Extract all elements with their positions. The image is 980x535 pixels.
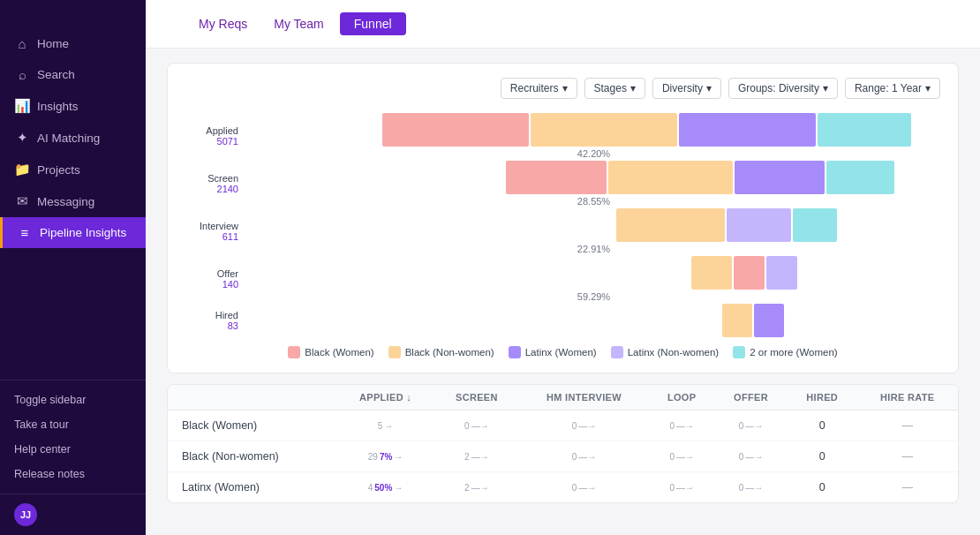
cell-offer-1: 0—→ — [714, 441, 788, 472]
stage-count-screen: 2140 — [185, 184, 238, 194]
sidebar-item-search[interactable]: ⌕ Search — [0, 59, 146, 90]
app-logo[interactable] — [0, 0, 146, 25]
legend-color-latinx-non-women — [611, 346, 623, 358]
bar-area-offer: 59.29% — [247, 256, 940, 302]
col-header-6[interactable]: Hired — [788, 385, 857, 411]
bar-segment-applied-0 — [382, 113, 529, 147]
stage-name-screen: Screen — [185, 173, 238, 184]
sidebar-bottom-take-a-tour[interactable]: Take a tour — [0, 412, 146, 437]
sidebar-bottom-help-center[interactable]: Help center — [0, 437, 146, 462]
filter-diversity[interactable]: Diversity▾ — [652, 78, 721, 99]
filter-groups-diversity[interactable]: Groups: Diversity▾ — [728, 78, 838, 99]
bar-area-screen: 28.55% — [247, 161, 940, 207]
messaging-icon: ✉ — [14, 193, 30, 209]
pct-label-applied: 42.20% — [577, 148, 610, 159]
chart-legend: Black (Women) Black (Non-women) Latinx (… — [185, 346, 940, 358]
col-header-7[interactable]: Hire Rate — [856, 385, 958, 411]
cell-offer-0: 0—→ — [714, 411, 788, 441]
funnel-chart: Applied 507142.20%Screen 214028.55%Inter… — [185, 113, 940, 339]
legend-label-two-or-more-women: 2 or more (Women) — [750, 347, 837, 358]
bar-segment-applied-2 — [679, 113, 815, 147]
content-area: Recruiters▾Stages▾Diversity▾Groups: Dive… — [146, 49, 980, 535]
stage-name-interview: Interview — [185, 221, 238, 231]
legend-color-latinx-women — [509, 346, 521, 358]
sidebar-label-messaging: Messaging — [37, 195, 94, 208]
sidebar-bottom: Toggle sidebarTake a tourHelp centerRele… — [0, 380, 146, 494]
bar-segment-screen-0 — [506, 161, 607, 194]
stage-count-interview: 611 — [185, 231, 238, 242]
data-table: Applied ↓ScreenHM InterviewLoopOfferHire… — [167, 384, 959, 503]
col-header-4[interactable]: Loop — [649, 385, 714, 411]
cell-loop-2: 0—→ — [649, 472, 714, 503]
col-header-3[interactable]: HM Interview — [519, 385, 650, 411]
sidebar-item-projects[interactable]: 📁 Projects — [0, 154, 146, 185]
sidebar-nav: ⌂ Home⌕ Search📊 Insights✦ AI Matching📁 P… — [0, 25, 146, 380]
filter-stages[interactable]: Stages▾ — [584, 78, 645, 99]
legend-label-black-non-women: Black (Non-women) — [405, 347, 494, 358]
sidebar-label-insights: Insights — [37, 100, 79, 113]
filter-row: Recruiters▾Stages▾Diversity▾Groups: Dive… — [501, 78, 940, 99]
pipeline-insights-icon: ≡ — [17, 225, 33, 240]
cell-applied-0: 5→ — [336, 411, 434, 441]
cell-screen-0: 0—→ — [434, 411, 518, 441]
col-header-0 — [168, 385, 336, 411]
stage-label-screen: Screen 2140 — [185, 173, 247, 194]
pct-label-interview: 22.91% — [577, 244, 610, 254]
hiring-table: Applied ↓ScreenHM InterviewLoopOfferHire… — [168, 385, 958, 502]
sidebar-bottom-release-notes[interactable]: Release notes — [0, 462, 146, 486]
chevron-down-icon: ▾ — [925, 82, 931, 94]
sidebar-item-pipeline-insights[interactable]: ≡ Pipeline Insights — [0, 217, 146, 248]
tab-funnel[interactable]: Funnel — [340, 12, 406, 35]
bar-wrap-offer — [391, 256, 797, 290]
sidebar-item-insights[interactable]: 📊 Insights — [0, 90, 146, 122]
legend-color-two-or-more-women — [733, 346, 745, 358]
cell-group-1: Black (Non-women) — [168, 441, 336, 472]
legend-item-latinx-women: Latinx (Women) — [509, 346, 597, 358]
bar-segment-applied-1 — [531, 113, 677, 147]
legend-color-black-non-women — [388, 346, 401, 358]
col-header-5[interactable]: Offer — [714, 385, 788, 411]
cell-hm-1: 0—→ — [519, 441, 650, 472]
cell-loop-1: 0—→ — [649, 441, 714, 472]
sidebar-item-ai-matching[interactable]: ✦ AI Matching — [0, 122, 146, 154]
sidebar-bottom-toggle-sidebar[interactable]: Toggle sidebar — [0, 388, 146, 412]
tab-my-reqs[interactable]: My Reqs — [188, 12, 258, 35]
stage-label-interview: Interview 611 — [185, 221, 247, 242]
projects-icon: 📁 — [14, 162, 30, 177]
stage-label-applied: Applied 5071 — [185, 125, 247, 147]
table-row: Black (Women)5→0—→0—→0—→0—→0— — [168, 411, 958, 441]
bar-segment-screen-1 — [608, 161, 732, 194]
insights-icon: 📊 — [14, 98, 30, 114]
bar-segment-hired-1 — [754, 304, 784, 337]
filter-range[interactable]: Range: 1 Year▾ — [845, 78, 940, 99]
filter-label-stages: Stages — [594, 82, 627, 94]
sidebar-label-search: Search — [37, 68, 75, 81]
avatar: JJ — [14, 503, 37, 526]
bar-segment-screen-2 — [735, 161, 825, 194]
sidebar-item-home[interactable]: ⌂ Home — [0, 28, 146, 59]
stage-name-hired: Hired — [185, 310, 238, 320]
col-header-2[interactable]: Screen — [434, 385, 518, 411]
bar-segment-interview-0 — [616, 208, 725, 242]
cell-loop-0: 0—→ — [649, 411, 714, 441]
legend-label-latinx-non-women: Latinx (Non-women) — [628, 347, 720, 358]
filter-recruiters[interactable]: Recruiters▾ — [501, 78, 577, 99]
bar-segment-hired-0 — [722, 304, 752, 337]
sidebar-item-messaging[interactable]: ✉ Messaging — [0, 185, 146, 217]
stage-label-hired: Hired 83 — [185, 310, 247, 331]
stage-name-offer: Offer — [185, 268, 238, 279]
bar-wrap-interview — [351, 208, 837, 242]
cell-group-0: Black (Women) — [168, 411, 336, 441]
tab-my-team[interactable]: My Team — [263, 12, 335, 35]
home-icon: ⌂ — [14, 36, 30, 51]
sidebar-label-projects: Projects — [37, 163, 80, 177]
cell-group-2: Latinx (Women) — [168, 472, 336, 503]
bar-segment-offer-2 — [766, 256, 797, 290]
legend-label-latinx-women: Latinx (Women) — [525, 347, 597, 358]
header-tabs: My ReqsMy TeamFunnel — [188, 12, 406, 35]
table-row: Latinx (Women)4 50%→2—→0—→0—→0—→0— — [168, 472, 958, 503]
legend-item-black-women: Black (Women) — [288, 346, 373, 358]
bar-segment-offer-0 — [691, 256, 732, 290]
col-header-1[interactable]: Applied ↓ — [336, 385, 434, 411]
user-profile[interactable]: JJ — [0, 494, 146, 535]
